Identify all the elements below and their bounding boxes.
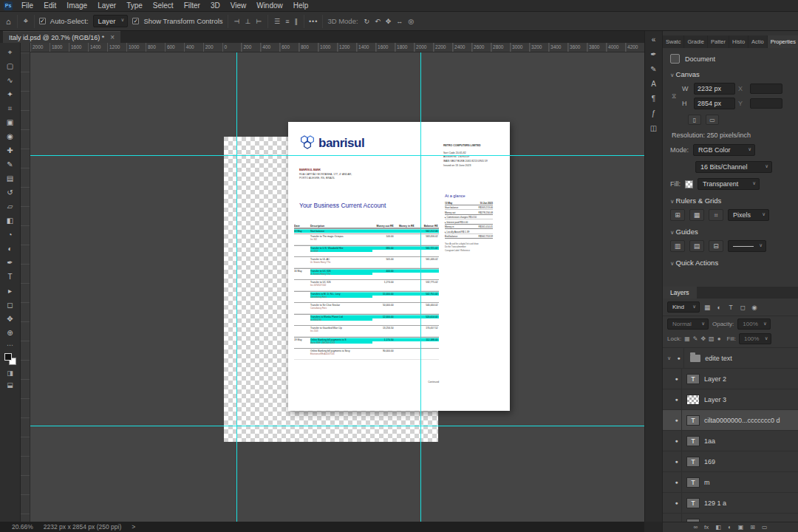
link-layers-icon[interactable]: ∞ [693,524,698,531]
document-tab[interactable]: Italy id.psd @ 20.7% (RGB/16) * × [3,31,120,43]
auto-select-checkbox[interactable]: ✓ [39,18,46,24]
align-left-icon[interactable]: ⊣ [233,17,242,26]
layer-fill-dropdown[interactable]: 100% [739,333,771,344]
height-field[interactable]: 2854 px [694,98,735,109]
filter-adjustment-layers-icon[interactable]: ◐ [714,304,724,311]
toggle-rulers-icon[interactable]: ⊞ [670,209,685,221]
x-field[interactable] [750,83,782,94]
rulers-grids-section-header[interactable]: Rulers & Grids [670,197,791,205]
distribute-spacing-icon[interactable]: ∥ [293,17,299,26]
foreground-color-swatch[interactable] [4,353,12,361]
blur-tool[interactable]: ◔ [1,228,19,242]
show-transform-checkbox[interactable]: ✓ [132,18,139,24]
color-mode-dropdown[interactable]: RGB Color [693,144,755,156]
visibility-eye-icon[interactable]: ● [672,431,682,451]
layer-thumbnail[interactable]: T [686,436,700,446]
panel-tab[interactable]: Patter [708,35,729,48]
layer-thumbnail[interactable]: T [686,415,700,426]
visibility-eye-icon[interactable]: ● [672,493,682,513]
eraser-tool[interactable]: ▱ [1,200,19,214]
brush-settings-panel-icon[interactable]: ✎ [650,65,656,73]
marquee-tool[interactable]: ▢ [1,59,19,73]
frame-tool[interactable]: ▣ [1,115,19,129]
guide-horizontal-bottom[interactable] [30,426,644,426]
eyedropper-tool[interactable]: ◉ [1,129,19,143]
layer-name[interactable]: 1aa [704,437,715,445]
canvas-section-header[interactable]: Canvas [670,70,791,78]
canvas-area[interactable]: banrisul RETRO COMPUTERS LIMITED Sort Co… [21,43,644,522]
lock-artboard-icon[interactable]: ▧ [709,335,715,342]
guide-vertical-right[interactable] [420,52,421,522]
menu-item[interactable]: Image [61,0,92,11]
panel-tab[interactable]: Gradie [684,35,708,48]
3d-slide-icon[interactable]: ↔ [395,17,404,26]
distribute-top-icon[interactable]: ☰ [273,17,282,26]
filter-shape-layers-icon[interactable]: ◻ [737,304,748,311]
new-group-icon[interactable]: ▣ [738,524,744,531]
lock-position-icon[interactable]: ✥ [700,335,706,342]
layer-filter-kind-dropdown[interactable]: Kind [667,301,700,313]
layer-row[interactable]: ● T 129 1 a [663,493,798,514]
visibility-eye-icon[interactable]: ● [672,389,682,409]
menu-item[interactable]: Edit [38,0,61,11]
layer-row[interactable]: ● T 1aa [663,431,798,451]
more-options-icon[interactable]: ••• [309,18,318,25]
gradient-tool[interactable]: ◧ [1,214,19,228]
filter-smart-objects-icon[interactable]: ◉ [749,304,760,311]
adjustment-layer-icon[interactable]: ◐ [728,524,732,531]
move-tool[interactable]: ⌖ [1,45,19,59]
zoom-tool[interactable]: ⊕ [1,326,19,340]
layer-row[interactable]: ● T Layer 2 [663,369,798,389]
dodge-tool[interactable]: ◐ [1,242,19,256]
edit-toolbar-icon[interactable]: ⋯ [7,341,13,349]
visibility-eye-icon[interactable]: ● [672,514,682,522]
guide-horizontal-top[interactable] [30,155,644,156]
layer-row[interactable]: ● T m [663,472,798,493]
lock-transparency-icon[interactable]: ▦ [684,335,690,342]
visibility-eye-icon[interactable]: ● [672,410,682,430]
healing-brush-tool[interactable]: ✚ [1,143,19,157]
visibility-eye-icon[interactable]: ● [672,472,682,492]
units-dropdown[interactable]: Pixels [728,209,769,221]
panel-tab[interactable]: Swatc [663,35,684,48]
layer-row[interactable]: ● Layer 3 [663,389,798,410]
guide-style-dropdown[interactable] [728,240,766,252]
layer-mask-icon[interactable]: ◧ [715,524,721,531]
align-center-icon[interactable]: ⊥ [243,17,252,26]
libraries-panel-icon[interactable]: ◫ [650,124,657,132]
glyphs-panel-icon[interactable]: ƒ [652,109,656,117]
quick-mask-icon[interactable]: ◨ [7,369,13,377]
tab-layers[interactable]: Layers [663,287,697,299]
type-tool[interactable]: T [1,270,19,284]
new-layer-icon[interactable]: ⊞ [750,524,755,531]
menu-item[interactable]: Help [288,0,314,11]
panel-tab[interactable]: Properties [768,35,798,48]
expand-panels-icon[interactable]: « [652,35,656,44]
lasso-tool[interactable]: ∿ [1,73,19,87]
layer-name[interactable]: edite text [705,355,732,362]
3d-orbit-icon[interactable]: ↻ [363,17,372,26]
menu-item[interactable]: Type [121,0,148,11]
3d-zoom-icon[interactable]: ◎ [406,17,415,26]
guide-vertical-left[interactable] [236,52,237,522]
align-right-icon[interactable]: ⊢ [254,17,263,26]
layer-thumbnail[interactable] [690,355,700,362]
menu-item[interactable]: Layer [92,0,121,11]
move-tool-icon[interactable]: ⌖ [22,16,30,26]
lock-pixels-icon[interactable]: ✎ [693,335,698,342]
layer-thumbnail[interactable]: T [686,457,700,467]
pen-panel-icon[interactable]: ✒ [650,50,656,58]
delete-layer-icon[interactable]: ▭ [762,524,768,531]
visibility-eye-icon[interactable]: ● [674,348,684,368]
home-icon[interactable]: ⌂ [4,17,13,26]
layer-name[interactable]: m [704,479,710,486]
y-field[interactable] [750,98,782,109]
lock-guides-icon[interactable]: ▤ [689,240,704,252]
screen-mode-icon[interactable]: ⬓ [7,381,13,389]
shape-tool[interactable]: ◻ [1,298,19,312]
layer-name[interactable]: 169 [704,458,715,466]
layer-row[interactable]: ● T 169 [663,451,798,472]
layer-row[interactable]: ● edite text [663,348,798,369]
status-chevron-icon[interactable]: > [132,523,135,531]
panel-tab[interactable]: Histo [729,35,748,48]
